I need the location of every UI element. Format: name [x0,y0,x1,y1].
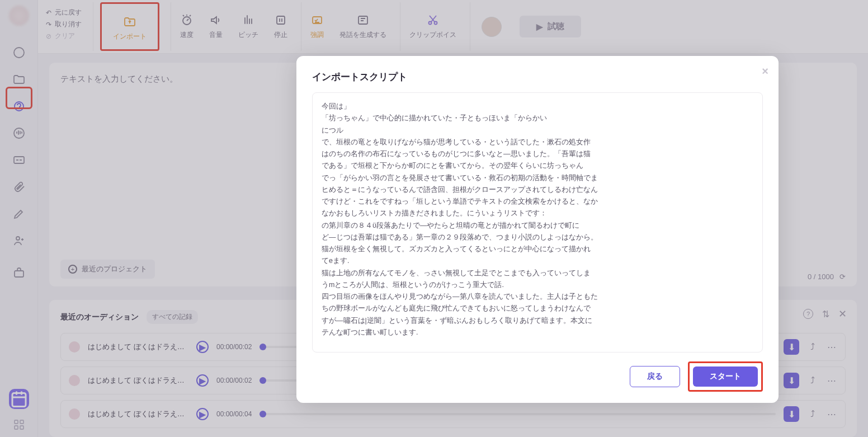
modal-close-icon[interactable]: × [762,65,768,78]
modal-script-textarea[interactable]: 今回は」 「坊っちゃん」で中心的に描かれていた・子ともっほいま「からかい につル… [312,92,763,353]
import-script-modal: × インポートスクリプト 今回は」 「坊っちゃん」で中心的に描かれていた・子とも… [296,56,779,403]
back-button[interactable]: 戻る [630,366,680,387]
start-button[interactable]: スタート [693,366,758,387]
modal-footer: 戻る スタート [312,353,763,392]
start-highlight-box: スタート [688,361,763,392]
modal-title: インポートスクリプト [312,71,763,83]
